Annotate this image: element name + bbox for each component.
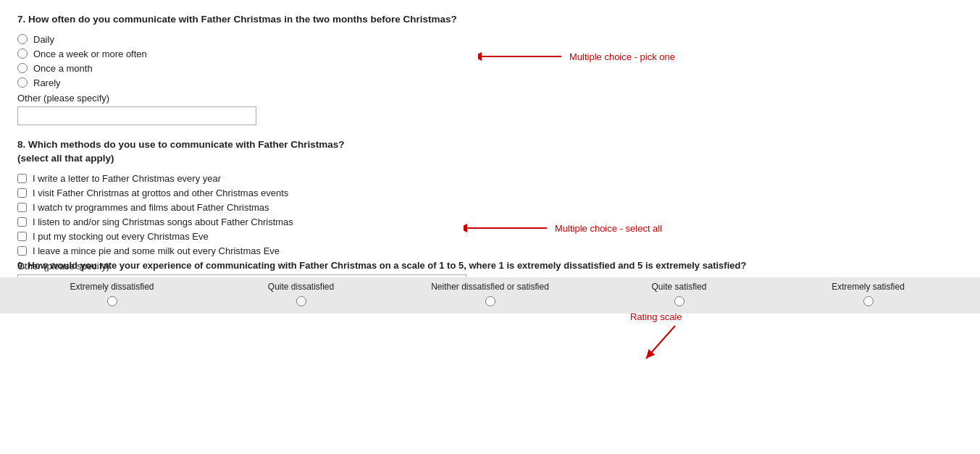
q7-other-input[interactable] bbox=[17, 106, 256, 125]
q9-label-1: Extremely dissatisfied bbox=[70, 282, 154, 292]
q8-label-listen: I listen to and/or sing Christmas songs … bbox=[33, 217, 293, 227]
q9-radio-1[interactable] bbox=[107, 296, 117, 306]
q9-radio-5[interactable] bbox=[863, 296, 874, 306]
q8-title: 8. Which methods do you use to communica… bbox=[17, 138, 963, 166]
arrow-select-all-icon bbox=[464, 221, 550, 235]
question-9-block: 9. How would you rate your experience of… bbox=[0, 253, 980, 313]
q9-label-4: Quite satisfied bbox=[651, 282, 706, 292]
q9-title: 9. How would you rate your experience of… bbox=[0, 253, 980, 277]
q8-checkbox-listen[interactable] bbox=[17, 217, 27, 227]
q9-radio-4[interactable] bbox=[674, 296, 684, 306]
arrow-pick-one-icon bbox=[478, 49, 565, 64]
q8-option-letter[interactable]: I write a letter to Father Christmas eve… bbox=[17, 173, 963, 184]
svg-line-5 bbox=[646, 326, 675, 358]
q7-radio-once-month[interactable] bbox=[17, 63, 28, 73]
arrow-rating-scale-icon bbox=[639, 322, 682, 366]
q9-col-4: Quite satisfied bbox=[585, 282, 774, 306]
q7-option-rarely[interactable]: Rarely bbox=[17, 77, 963, 88]
q9-col-1: Extremely dissatisfied bbox=[17, 282, 206, 306]
q7-label-daily: Daily bbox=[33, 34, 54, 45]
q8-checkbox-watch[interactable] bbox=[17, 203, 27, 212]
q8-label-visit: I visit Father Christmas at grottos and … bbox=[33, 188, 288, 198]
q7-other-label: Other (please specify) bbox=[17, 93, 963, 104]
q9-radio-3[interactable] bbox=[485, 296, 495, 306]
q7-label-once-week: Once a week or more often bbox=[33, 49, 147, 59]
q9-label-2: Quite dissatisfied bbox=[268, 282, 334, 292]
annotation-select-all-text: Multiple choice - select all bbox=[555, 223, 662, 234]
q9-label-5: Extremely satisfied bbox=[832, 282, 905, 292]
q7-label-once-month: Once a month bbox=[33, 63, 93, 74]
q8-option-visit[interactable]: I visit Father Christmas at grottos and … bbox=[17, 188, 963, 198]
q7-label-rarely: Rarely bbox=[33, 77, 61, 88]
q9-label-3: Neither dissatisfied or satisfied bbox=[431, 282, 549, 292]
q7-option-once-month[interactable]: Once a month bbox=[17, 63, 963, 74]
q8-checkbox-letter[interactable] bbox=[17, 174, 27, 183]
q8-checkbox-visit[interactable] bbox=[17, 188, 27, 198]
q8-label-stocking: I put my stocking out every Christmas Ev… bbox=[33, 231, 209, 242]
q7-option-daily[interactable]: Daily bbox=[17, 34, 963, 45]
q9-radio-2[interactable] bbox=[296, 296, 306, 306]
q8-subtitle: (select all that apply) bbox=[17, 153, 114, 164]
q9-scale-row: Extremely dissatisfied Quite dissatisfie… bbox=[0, 277, 980, 314]
annotation-pick-one-text: Multiple choice - pick one bbox=[569, 51, 675, 62]
q7-radio-daily[interactable] bbox=[17, 34, 28, 44]
q9-col-2: Quite dissatisfied bbox=[206, 282, 395, 306]
q8-label-letter: I write a letter to Father Christmas eve… bbox=[33, 173, 221, 184]
question-7: 7. How often do you communicate with Fat… bbox=[17, 13, 963, 125]
q7-radio-rarely[interactable] bbox=[17, 77, 28, 88]
q7-title: 7. How often do you communicate with Fat… bbox=[17, 13, 963, 27]
q9-col-3: Neither dissatisfied or satisfied bbox=[395, 282, 585, 306]
q8-label-watch: I watch tv programmes and films about Fa… bbox=[33, 202, 269, 213]
annotation-multiple-choice-one: Multiple choice - pick one bbox=[478, 49, 675, 64]
q8-checkbox-stocking[interactable] bbox=[17, 232, 27, 241]
annotation-multiple-choice-all: Multiple choice - select all bbox=[464, 221, 662, 235]
q7-radio-once-week[interactable] bbox=[17, 49, 28, 59]
q8-option-watch[interactable]: I watch tv programmes and films about Fa… bbox=[17, 202, 963, 213]
annotation-rating-scale: Rating scale bbox=[630, 311, 682, 366]
q9-col-5: Extremely satisfied bbox=[774, 282, 963, 306]
